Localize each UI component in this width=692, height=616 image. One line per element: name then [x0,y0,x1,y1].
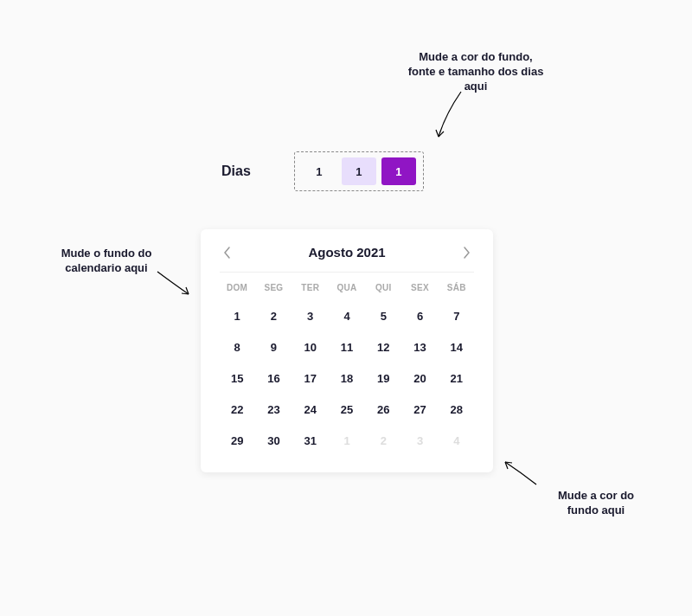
calendar-day[interactable]: 13 [402,332,437,362]
arrow-bottom-icon [502,459,538,486]
calendar-day[interactable]: 4 [330,301,364,330]
calendar-day[interactable]: 23 [256,395,291,424]
calendar-day[interactable]: 9 [256,332,291,362]
weekday-label: DOM [220,283,254,292]
chevron-left-icon [223,247,231,259]
next-month-button[interactable] [460,246,474,260]
calendar-day[interactable]: 8 [220,332,254,362]
calendar-day[interactable]: 30 [256,426,291,455]
calendar-day[interactable]: 2 [256,301,291,330]
weekday-row: DOMSEGTERQUAQUISEXSÁB [220,283,474,292]
arrow-left-icon [156,270,192,298]
calendar-header: Agosto 2021 [220,245,474,273]
weekday-label: SÁB [439,283,474,292]
calendar-day[interactable]: 22 [220,395,254,424]
dias-section: Dias 1 1 1 [221,151,424,191]
calendar-day[interactable]: 4 [439,426,474,455]
arrow-top-icon [435,90,470,142]
calendar-day[interactable]: 16 [256,363,291,393]
calendar-day[interactable]: 1 [330,426,364,455]
calendar-day[interactable]: 17 [293,363,328,393]
calendar-day[interactable]: 18 [330,363,364,393]
weekday-label: QUA [330,283,364,292]
weekday-label: TER [293,283,328,292]
calendar-day[interactable]: 5 [366,301,400,330]
calendar-day[interactable]: 27 [402,395,437,424]
calendar-day[interactable]: 3 [402,426,437,455]
calendar-day[interactable]: 7 [439,301,474,330]
calendar-day[interactable]: 25 [330,395,364,424]
calendar-day[interactable]: 10 [293,332,328,362]
calendar-day[interactable]: 20 [402,363,437,393]
annotation-top: Mude a cor do fundo, fonte e tamanho dos… [407,50,545,94]
calendar-day[interactable]: 14 [439,332,474,362]
calendar-day[interactable]: 11 [330,332,364,362]
calendar: Agosto 2021 DOMSEGTERQUAQUISEXSÁB 123456… [201,229,493,472]
calendar-title: Agosto 2021 [308,245,385,260]
calendar-day[interactable]: 15 [220,363,254,393]
annotation-bottom: Mude a cor do fundo aqui [548,489,644,518]
calendar-day[interactable]: 19 [366,363,400,393]
weekday-label: SEX [402,283,437,292]
calendar-day[interactable]: 3 [293,301,328,330]
weekday-label: QUI [366,283,400,292]
calendar-day[interactable]: 28 [439,395,474,424]
calendar-grid: 1234567891011121314151617181920212223242… [220,301,474,455]
calendar-day[interactable]: 21 [439,363,474,393]
prev-month-button[interactable] [220,246,234,260]
calendar-day[interactable]: 12 [366,332,400,362]
calendar-day[interactable]: 6 [402,301,437,330]
calendar-day[interactable]: 24 [293,395,328,424]
day-sample-hover[interactable]: 1 [342,157,376,185]
annotation-left: Mude o fundo do calendario aqui [42,247,171,276]
calendar-day[interactable]: 26 [366,395,400,424]
calendar-day[interactable]: 1 [220,301,254,330]
dias-sample-box[interactable]: 1 1 1 [294,151,424,191]
day-sample-default[interactable]: 1 [302,157,336,185]
weekday-label: SEG [256,283,291,292]
dias-label: Dias [221,164,251,179]
chevron-right-icon [463,247,471,259]
calendar-day[interactable]: 31 [293,426,328,455]
calendar-day[interactable]: 29 [220,426,254,455]
calendar-day[interactable]: 2 [366,426,400,455]
day-sample-selected[interactable]: 1 [381,157,416,185]
